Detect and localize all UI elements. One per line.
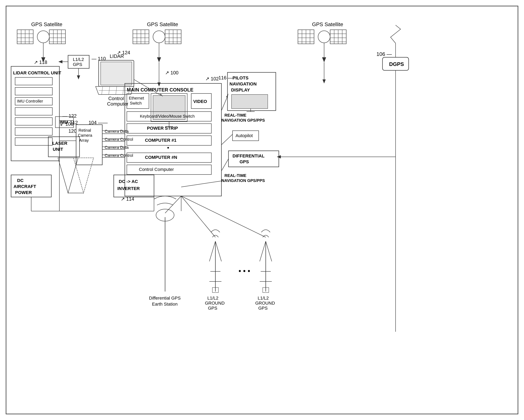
ellipsis: • (167, 144, 169, 151)
pilots-nav-label2: NAVIGATION (229, 81, 257, 86)
l1l2-ground-label2c: GPS (258, 306, 268, 311)
ethernet-switch-label1: Ethernet (129, 96, 144, 100)
ref106: 106 — (376, 51, 392, 57)
l1l2-ground-label2b: GROUND (255, 301, 275, 306)
dgps-label: DGPS (389, 61, 404, 67)
l1l2-ground-label1b: GROUND (205, 301, 225, 306)
camera-control-2: Camera Control (105, 153, 133, 158)
lidar-computer-label2: Control (108, 96, 124, 101)
ethernet-switch-label2: Switch (130, 101, 142, 105)
l1l2-gps-label: GPS (73, 62, 82, 67)
dc-power-label1: DC (17, 178, 24, 183)
dc-power-label3: POWER (15, 190, 32, 195)
diff-gps-earth-label1: Differential GPS (149, 295, 181, 301)
svg-rect-73 (101, 62, 132, 85)
power-strip-label: POWER STRIP (147, 126, 178, 131)
inverter-label2: INVERTER (117, 186, 140, 191)
laser-label2: UNIT (53, 147, 63, 152)
lidar-unit-title: LIDAR CONTROL UNIT (13, 70, 61, 76)
control-computer-label: Control Computer (139, 167, 174, 172)
retinal-label2: Camera (78, 133, 92, 137)
ref114: ↗ 114 (121, 196, 134, 202)
diagram-container: GPS Satellite GPS Satellite (0, 0, 524, 420)
inverter-label1: DC -> AC (119, 179, 138, 184)
kvm-label: Keyboard/Video/Mouse Switch (140, 114, 195, 118)
retinal-label1: Retinal (79, 128, 91, 133)
dc-power-label2: AIRCRAFT (13, 184, 36, 189)
l1l2-label: L1/L2 (73, 57, 84, 62)
diff-gps-label2: GPS (240, 159, 249, 164)
ref122: — 122 (62, 113, 77, 119)
pilots-nav-label1: PILOTS (233, 76, 248, 80)
camera-control-1: Camera Control (105, 137, 133, 142)
real-time-nav2-label2: NAVIGATION GPS/PPS (221, 178, 265, 183)
ref120: 120 (69, 128, 77, 134)
ref116: 116 — (218, 75, 233, 80)
camera-data-2: Camera Data (105, 145, 129, 150)
real-time-nav1-label2: NAVIGATION GPS/PPS (221, 118, 265, 122)
dots-label: • • • (239, 267, 250, 275)
computer1-label: COMPUTER #1 (145, 138, 176, 143)
ref124: ↗ 124 (117, 50, 130, 55)
pilots-nav-label3: DISPLAY (231, 87, 250, 92)
autopilot-label: Autopilot (236, 133, 253, 138)
ref102: ↗ 102 (205, 76, 219, 81)
camera-data-1: Camera Data (105, 129, 129, 134)
l1l2-ground-label1c: GPS (208, 306, 217, 311)
ref100: ↗ 100 (165, 70, 179, 76)
diff-gps-label1: DIFFERENTIAL (233, 153, 264, 159)
computerN-label: COMPUTER #N (145, 155, 177, 160)
real-time-nav1-label1: REAL-TIME (225, 113, 246, 118)
real-time-nav2-label1: REAL-TIME (225, 173, 246, 178)
main-console-title: MAIN COMPUTER CONSOLE (127, 87, 193, 92)
l1l2-ground-label2a: L1/L2 (258, 295, 269, 301)
svg-rect-94 (232, 94, 268, 109)
l1l2-ground-label1a: L1/L2 (207, 295, 218, 301)
ref104: 104 —— (88, 120, 108, 125)
laser-label1: LASER (52, 141, 67, 146)
imu-controller-label: IMU Controller (17, 99, 43, 103)
gps-sat-left-label: GPS Satellite (31, 21, 62, 27)
architecture-diagram: GPS Satellite GPS Satellite (0, 0, 524, 420)
video-label: VIDEO (193, 99, 207, 104)
diff-gps-earth-label2: Earth Station (152, 302, 178, 307)
lidar-computer-label3: Computer (107, 101, 128, 107)
gps-sat-center-label: GPS Satellite (147, 21, 178, 27)
retinal-label3: Array (79, 138, 89, 143)
gps-sat-right-label: GPS Satellite (312, 21, 343, 27)
ref118: ↗ 118 (34, 59, 47, 65)
